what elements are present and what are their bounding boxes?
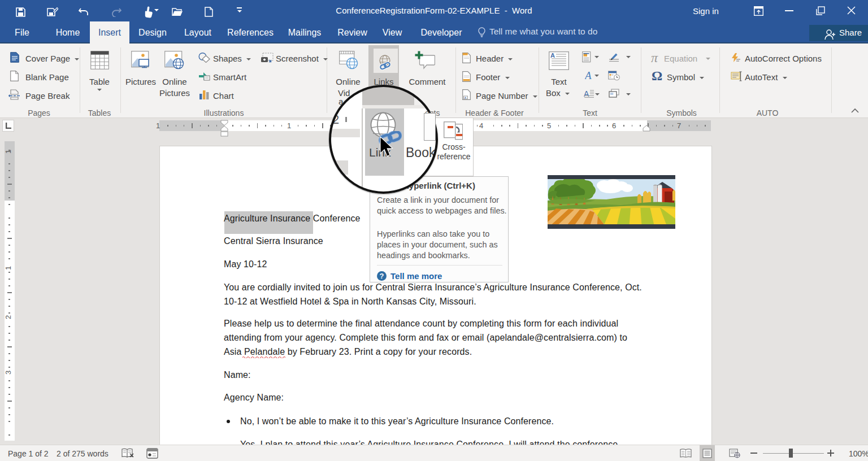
svg-text:#: # [465, 96, 466, 99]
svg-text:A: A [550, 52, 555, 59]
svg-text:A: A [584, 89, 589, 98]
svg-text:A: A [585, 70, 592, 80]
